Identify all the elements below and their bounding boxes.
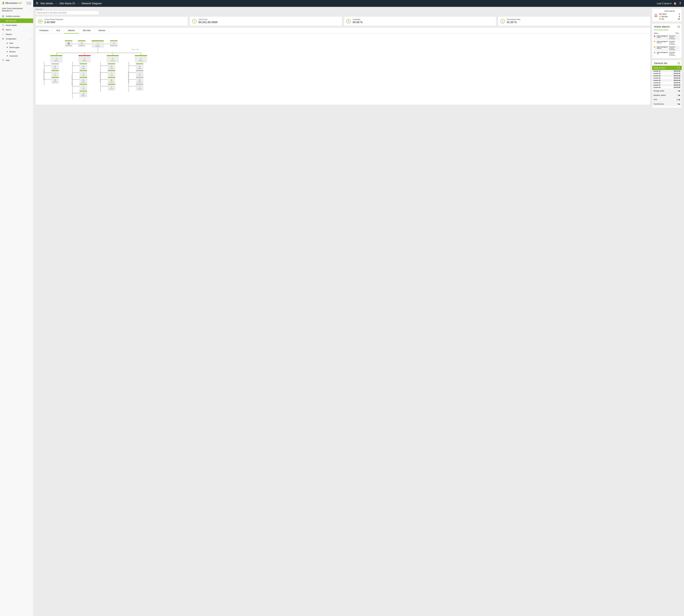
- network-node[interactable]: ☀ WS-01: [136, 84, 143, 90]
- nav-label: Device types: [9, 46, 19, 48]
- network-node[interactable]: ∿ G-03: [79, 84, 87, 90]
- network-node[interactable]: 🔋 UPS-02: [136, 77, 143, 84]
- collapse-icon[interactable]: −: [678, 62, 680, 64]
- device-category[interactable]: String Inverters8 ▼: [652, 66, 682, 70]
- device-item[interactable]: Inverter 01254.69 kW: [652, 70, 682, 72]
- alarm-row[interactable]: Alarm message 03Warning 08/13/2020 17:52…: [654, 46, 680, 51]
- network-node[interactable]: m Mango Server: [110, 40, 117, 47]
- user-selector[interactable]: Justin Cronin (Administrator) Revolution…: [0, 6, 33, 13]
- alarm-time: 08/13/2020 17:52:4615 minutes: [669, 46, 680, 50]
- site-search-input[interactable]: [36, 11, 99, 15]
- network-node[interactable]: ⊕ EM-04: [136, 63, 143, 70]
- collapse-icon[interactable]: −: [678, 26, 680, 28]
- device-name: Inverter 06: [654, 82, 660, 84]
- nav-help[interactable]: ❓Help: [0, 58, 33, 63]
- nav-device-details[interactable]: 🔍Device details: [0, 23, 33, 27]
- network-node[interactable]: ⇄ NWS-01: [50, 55, 62, 62]
- network-node[interactable]: ⊕ EM-02: [79, 63, 87, 70]
- tab-site-view[interactable]: Site View: [79, 28, 95, 34]
- status-bar: [92, 40, 104, 41]
- help-icon[interactable]: ❔: [679, 2, 682, 5]
- device-icon: ⇄: [112, 58, 114, 60]
- status-bar: [110, 40, 117, 41]
- category-label: String Inverters: [654, 67, 665, 69]
- percent-icon: %: [346, 19, 351, 23]
- device-category[interactable]: Transformers8 ▶: [652, 102, 682, 106]
- nav-customers[interactable]: Customers: [5, 54, 33, 58]
- network-node[interactable]: ⇅ NWR-M0: [78, 40, 85, 47]
- kpi-value: 94.66 %: [353, 21, 363, 24]
- device-item[interactable]: Inverter 05254.69 kW: [652, 79, 682, 82]
- network-node[interactable]: ∿ G-04: [136, 70, 143, 77]
- device-item[interactable]: Inverter 04254.69 kW: [652, 77, 682, 79]
- device-category[interactable]: Energy meter2 ▶: [652, 89, 682, 93]
- alarm-row[interactable]: Alarm message 02Warning 08/13/2020 17:52…: [654, 40, 680, 46]
- category-label: Transformers: [654, 103, 664, 105]
- clock-time: 17:41 h: [26, 1, 31, 3]
- device-category[interactable]: Weather station2 ▶: [652, 93, 682, 97]
- device-icon: 🔋: [110, 79, 113, 81]
- network-node[interactable]: ⇄ NWS-04: [135, 55, 147, 62]
- tab-production[interactable]: Production: [36, 28, 52, 34]
- network-node[interactable]: ⇄ NWS-03: [107, 55, 119, 62]
- network-node[interactable]: 🔋 UPS-02: [79, 91, 87, 97]
- node-label: NWS-01: [54, 60, 59, 62]
- nav-sites[interactable]: Sites: [5, 41, 33, 45]
- nav-alarms[interactable]: ⏰Alarms: [0, 27, 33, 32]
- panel-title: Devices list: [654, 62, 667, 65]
- col-alarm[interactable]: Alarm⌄: [654, 32, 659, 34]
- nav-config-sub: Sites Device types Devices Customers: [0, 41, 33, 58]
- node-box: 🔋 UPS-02: [79, 92, 87, 97]
- time-range-selector[interactable]: Last 2 hours ▾: [657, 2, 671, 5]
- nav-devices[interactable]: Devices: [5, 49, 33, 54]
- device-item[interactable]: Inverter 03254.69 kW: [652, 74, 682, 77]
- network-node[interactable]: ⊕ EM-01: [51, 63, 59, 70]
- alarm-bell-icon[interactable]: ⏰●: [674, 2, 677, 5]
- device-item[interactable]: Inverter 08254.69 kW: [652, 86, 682, 89]
- alarms-details-link[interactable]: Go to alarms details: [654, 29, 680, 31]
- alarm-row[interactable]: Alarm message 04Info 08/13/2020 17:52:46…: [654, 51, 680, 57]
- network-node[interactable]: ⊕ EM-04: [108, 63, 115, 70]
- network-node[interactable]: ⇄ NWS-02: [78, 55, 91, 62]
- network-node[interactable]: 🔋 UPS-02: [108, 77, 115, 84]
- connector-line: [129, 72, 136, 73]
- alarm-row[interactable]: Alarm message 01Critical 08/13/2020 17:5…: [654, 35, 680, 40]
- tabs: Production SLD Network Site View Devices: [36, 28, 650, 34]
- bullet-icon: [7, 56, 8, 56]
- col-time[interactable]: Time⌄: [676, 32, 680, 34]
- hamburger-icon[interactable]: [36, 2, 39, 5]
- nav-reports[interactable]: 📄Reports: [0, 32, 33, 37]
- nav-device-types[interactable]: Device types: [5, 45, 33, 49]
- device-item[interactable]: Inverter 06254.69 kW: [652, 82, 682, 84]
- node-label: NWS-M0: [95, 45, 100, 47]
- device-name: Inverter 05: [654, 80, 660, 81]
- nav-site-overview[interactable]: 📍Site overview: [0, 19, 33, 23]
- device-item[interactable]: Inverter 02254.69 kW: [652, 72, 682, 74]
- topbar-actions: Last 2 hours ▾ ⏰● ❔: [657, 2, 682, 5]
- device-category[interactable]: UPS12 ▶: [652, 97, 682, 102]
- device-name: Inverter 07: [654, 84, 660, 86]
- status-bar: [136, 63, 143, 64]
- network-node[interactable]: ☀ WS-01: [108, 84, 115, 90]
- network-node[interactable]: ⇄ NWS-M0: [92, 40, 104, 48]
- node-box: ⊕ EM-04: [108, 64, 115, 70]
- network-node[interactable]: ∿ G-01: [51, 70, 59, 77]
- category-label: Energy meter: [654, 90, 664, 92]
- tab-sld[interactable]: SLD: [52, 28, 64, 34]
- network-node[interactable]: 🔋 UPS-01: [51, 77, 59, 84]
- network-node[interactable]: ⊕ EM-03: [79, 77, 87, 84]
- nav-configuration[interactable]: ⚙Configuration⌄: [0, 37, 33, 41]
- chevron-down-icon: ⌄: [30, 38, 31, 40]
- status-bar: [79, 63, 87, 64]
- separator: —: [55, 2, 58, 5]
- tab-devices[interactable]: Devices: [95, 28, 109, 34]
- node-label: UPS-02: [138, 82, 142, 83]
- active-alarms-panel: Active alarms − Go to alarms details Ala…: [652, 23, 682, 58]
- tab-network[interactable]: Network: [64, 28, 79, 34]
- connector-line: [129, 86, 136, 86]
- network-node[interactable]: 🏰 NWFW-M0: [65, 40, 72, 47]
- nav-portfolio-overview[interactable]: 🌐Portfolio overview: [0, 14, 33, 19]
- network-node[interactable]: ∿ G-04: [108, 70, 115, 77]
- device-item[interactable]: Inverter 07254.69 kW: [652, 84, 682, 86]
- network-node[interactable]: ∿ G-02: [79, 70, 87, 77]
